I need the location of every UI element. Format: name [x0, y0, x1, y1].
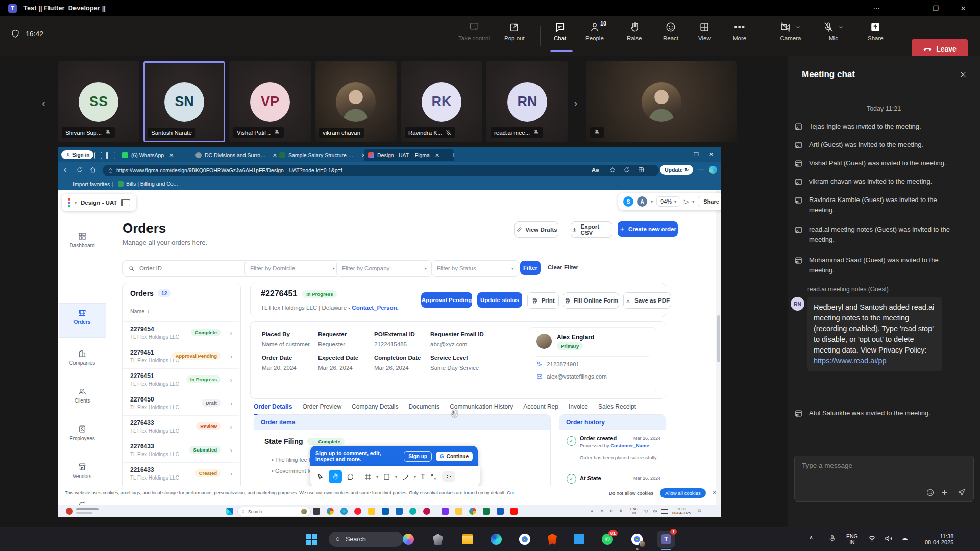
remote-taskbar-app-icon[interactable]: [483, 508, 490, 515]
filter-domicile-dropdown[interactable]: Filter by Domicile▾: [244, 260, 340, 277]
edge-icon[interactable]: [489, 532, 503, 546]
sync-icon[interactable]: [623, 166, 630, 173]
bookmark-item[interactable]: Bills | Billing and Co...: [118, 181, 178, 187]
remote-taskbar-app-icon[interactable]: [423, 508, 430, 515]
more-button[interactable]: ••• More: [733, 21, 746, 41]
send-icon[interactable]: [957, 488, 966, 497]
collaborator-avatar[interactable]: A: [637, 196, 647, 207]
remote-taskbar-app-icon[interactable]: [455, 508, 462, 515]
teams-taskbar-icon[interactable]: T 1: [657, 531, 675, 548]
remote-taskbar-app-icon[interactable]: [510, 508, 518, 515]
participant-tile[interactable]: SS Shivani Sup...: [58, 61, 139, 142]
browser-tab[interactable]: DC Divisions and Surroundings✕: [191, 149, 281, 161]
restore-button[interactable]: ❐: [928, 0, 943, 16]
tab-close-icon[interactable]: ✕: [435, 152, 439, 159]
approval-pending-button[interactable]: Approval Pending: [421, 292, 472, 308]
reload-icon[interactable]: [76, 166, 83, 173]
zoom-control[interactable]: 94%▾: [656, 196, 680, 207]
print-button[interactable]: Print: [527, 292, 559, 309]
remote-taskbar-app-icon[interactable]: [396, 508, 403, 515]
figma-logo-icon[interactable]: [68, 198, 70, 207]
shape-tool-icon[interactable]: [383, 473, 390, 481]
pop-out-button[interactable]: Pop out: [504, 21, 525, 41]
remote-language-indicator[interactable]: ENGIN: [630, 507, 638, 515]
remote-widgets-icon[interactable]: [66, 508, 73, 515]
remote-tray-sync-icon[interactable]: ↻: [610, 509, 613, 513]
remote-battery-icon[interactable]: [661, 509, 668, 514]
react-button[interactable]: React: [663, 21, 678, 41]
comment-tool-icon[interactable]: [347, 473, 354, 481]
browser-close-icon[interactable]: ✕: [709, 151, 714, 158]
remote-taskbar-app-icon[interactable]: [442, 508, 449, 515]
leave-button[interactable]: Leave: [912, 39, 968, 58]
contact-person-link[interactable]: Contact_Person.: [352, 305, 398, 311]
titlebar-more-icon[interactable]: ⋯: [869, 0, 884, 16]
browser-menu-icon[interactable]: ⋯: [698, 166, 704, 173]
save-as-pdf-button[interactable]: Save as PDF: [623, 292, 671, 309]
tray-clock[interactable]: 11:3808-04-2025: [925, 533, 953, 545]
browser-tab-active[interactable]: Design - UAT – Figma✕: [364, 149, 454, 161]
sidebar-item-employees[interactable]: Employees: [59, 424, 106, 441]
tray-mic-icon[interactable]: [828, 534, 837, 543]
create-new-order-button[interactable]: Create new order: [618, 221, 678, 237]
order-id-search[interactable]: [122, 260, 250, 277]
remote-tray-chevron-icon[interactable]: ∧: [591, 509, 593, 513]
collections-icon[interactable]: [638, 166, 645, 173]
browser-tab[interactable]: (6) WhatsApp✕: [118, 149, 198, 161]
attach-plus-icon[interactable]: [940, 488, 949, 497]
tab-order-details[interactable]: Order Details: [254, 403, 292, 415]
sidebar-item-dashboard[interactable]: Dashboard: [59, 232, 106, 248]
text-tool-icon[interactable]: T: [421, 472, 425, 481]
tab-actions-icon[interactable]: [106, 152, 115, 159]
minimize-button[interactable]: —: [900, 0, 916, 16]
sidebar-item-clients[interactable]: Clients: [59, 387, 106, 404]
browser-scrollbar[interactable]: [716, 190, 721, 505]
new-tab-icon[interactable]: +: [452, 151, 456, 159]
remote-taskbar-app-icon[interactable]: [409, 508, 416, 515]
remote-taskbar-app-icon[interactable]: [340, 508, 348, 515]
order-row[interactable]: 2276451TL Flex Holdings LLC In Progress …: [123, 368, 239, 392]
tray-onedrive-icon[interactable]: ☁: [901, 534, 908, 542]
filter-company-dropdown[interactable]: Filter by Company▾: [336, 260, 432, 277]
google-continue-button[interactable]: G Continue: [436, 452, 473, 461]
mic-button[interactable]: Mic: [823, 21, 844, 41]
clear-filter-button[interactable]: Clear Filter: [548, 264, 578, 270]
customer-name-link[interactable]: Customer_Name: [610, 443, 649, 448]
copilot-icon[interactable]: [401, 532, 415, 546]
filter-status-dropdown[interactable]: Filter by Status▾: [431, 260, 519, 277]
view-drafts-button[interactable]: View Drafts: [514, 221, 558, 238]
remote-wifi-icon[interactable]: [644, 509, 649, 514]
remote-taskbar-app-icon[interactable]: [382, 508, 389, 515]
cookie-settings-link[interactable]: Cookies settings: [507, 490, 514, 495]
browser-update-button[interactable]: Update ↻: [660, 165, 693, 175]
collaborator-avatar[interactable]: S: [623, 196, 633, 207]
tray-volume-icon[interactable]: [884, 534, 893, 543]
remote-search-box[interactable]: Search: [237, 507, 311, 516]
remote-taskbar-app-icon[interactable]: [313, 508, 320, 515]
chat-message-input[interactable]: [801, 461, 956, 470]
browser-restore-icon[interactable]: ❐: [694, 151, 699, 158]
close-button[interactable]: ✕: [955, 0, 971, 16]
import-favorites-button[interactable]: Import favorites: [64, 181, 110, 187]
order-row[interactable]: 2276433TL Flex Holdings LLC Review ›: [123, 415, 239, 439]
collaborators-chevron-icon[interactable]: ▾: [651, 199, 653, 204]
read-aloud-icon[interactable]: A≋: [592, 167, 599, 173]
tab-communication-history[interactable]: Communication History: [450, 403, 513, 410]
chrome-icon[interactable]: [518, 532, 532, 546]
remote-notification-icon[interactable]: 🗨: [698, 509, 701, 513]
remote-clock[interactable]: 11:3808-04-2025: [672, 507, 691, 515]
tray-wifi-icon[interactable]: [868, 534, 876, 543]
remote-tray-globe-icon[interactable]: ⊕: [601, 509, 604, 513]
home-icon[interactable]: [89, 166, 96, 173]
remote-volume-icon[interactable]: [652, 509, 657, 514]
tiles-scroll-left-icon[interactable]: ‹: [42, 97, 45, 110]
measure-tool-icon[interactable]: [430, 473, 437, 481]
sidebar-item-vendors[interactable]: Vendors: [59, 462, 106, 479]
remote-taskbar-app-icon[interactable]: [327, 508, 334, 515]
chat-button[interactable]: Chat: [554, 21, 566, 41]
app-icon-dark[interactable]: [431, 532, 445, 546]
tab-close-icon[interactable]: ✕: [169, 152, 174, 159]
order-row[interactable]: 2276450TL Flex Holdings LLC Draft ›: [123, 392, 239, 416]
frame-tool-icon[interactable]: [364, 473, 372, 481]
tab-company-details[interactable]: Company Details: [352, 403, 398, 410]
